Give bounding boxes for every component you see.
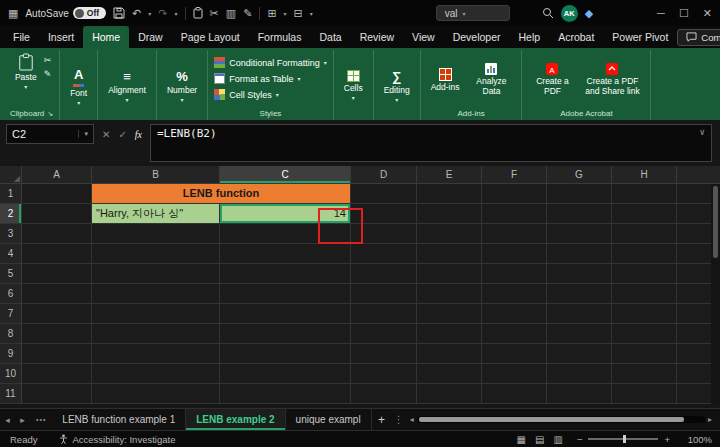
sheet-nav-right-icon[interactable]: ▸: [15, 409, 30, 430]
row-header-5[interactable]: 5: [0, 264, 22, 284]
vertical-scrollbar[interactable]: [711, 184, 720, 404]
format-as-table-button[interactable]: Format as Table ▾: [214, 72, 327, 86]
user-avatar[interactable]: AK: [561, 5, 578, 22]
row-header-10[interactable]: 10: [0, 364, 22, 384]
cell-G4[interactable]: [547, 244, 612, 264]
cell-D7[interactable]: [351, 304, 417, 324]
insert-function-icon[interactable]: fx: [135, 129, 142, 140]
cell-H9[interactable]: [612, 344, 677, 364]
cell-F10[interactable]: [482, 364, 547, 384]
cell-H6[interactable]: [612, 284, 677, 304]
cell-B6[interactable]: [92, 284, 220, 304]
cell-F3[interactable]: [482, 224, 547, 244]
cell-G1[interactable]: [547, 184, 612, 204]
cell-F4[interactable]: [482, 244, 547, 264]
cell-G7[interactable]: [547, 304, 612, 324]
create-pdf-share-button[interactable]: Create a PDF and Share link: [580, 52, 644, 107]
cell-G2[interactable]: [547, 204, 612, 224]
minimize-button[interactable]: ─: [657, 8, 665, 19]
borders-icon[interactable]: ⊞: [267, 8, 276, 19]
page-break-view-icon[interactable]: ▥: [553, 434, 562, 445]
cell-B5[interactable]: [92, 264, 220, 284]
formula-input[interactable]: =LENB(B2) ∨: [150, 124, 712, 162]
column-header-F[interactable]: F: [482, 166, 547, 184]
cancel-entry-icon[interactable]: ✕: [102, 129, 110, 140]
zoom-out-button[interactable]: −: [577, 434, 583, 445]
cell-A11[interactable]: [22, 384, 92, 404]
cell-F5[interactable]: [482, 264, 547, 284]
cell-E1[interactable]: [417, 184, 482, 204]
cell-A9[interactable]: [22, 344, 92, 364]
search-icon[interactable]: [542, 7, 554, 19]
cell-E2[interactable]: [417, 204, 482, 224]
cell-A8[interactable]: [22, 324, 92, 344]
editing-button[interactable]: ∑ Editing ▾: [380, 50, 414, 120]
copy-icon[interactable]: ▥: [226, 8, 236, 19]
row-header-7[interactable]: 7: [0, 304, 22, 324]
cell-D8[interactable]: [351, 324, 417, 344]
undo-dropdown-icon[interactable]: ▾: [148, 10, 151, 17]
cell-F2[interactable]: [482, 204, 547, 224]
cell-A2[interactable]: [22, 204, 92, 224]
zoom-in-button[interactable]: +: [664, 434, 670, 445]
cell-B1[interactable]: LENB function: [92, 184, 351, 204]
cell-C9[interactable]: [220, 344, 351, 364]
cell-B11[interactable]: [92, 384, 220, 404]
cell-F1[interactable]: [482, 184, 547, 204]
sheet-nav-left-icon[interactable]: ◂: [0, 409, 15, 430]
sheet-tab-lenb-function-example-1[interactable]: LENB function example 1: [52, 409, 186, 430]
cell-C7[interactable]: [220, 304, 351, 324]
accessibility-status-button[interactable]: Accessibility: Investigate: [59, 434, 175, 445]
copilot-icon[interactable]: ◆: [585, 8, 593, 19]
ribbon-tab-insert[interactable]: Insert: [39, 26, 83, 48]
cell-C5[interactable]: [220, 264, 351, 284]
cell-E3[interactable]: [417, 224, 482, 244]
cell-H5[interactable]: [612, 264, 677, 284]
comments-button[interactable]: Comments: [677, 29, 720, 46]
ribbon-tab-home[interactable]: Home: [83, 26, 129, 48]
save-icon[interactable]: [113, 7, 125, 19]
cell-styles-button[interactable]: Cell Styles ▾: [214, 88, 327, 102]
ribbon-tab-page-layout[interactable]: Page Layout: [172, 26, 249, 48]
cell-B2[interactable]: "Harry, 지아나 싱": [92, 204, 220, 224]
autosave-toggle[interactable]: AutoSave Off: [25, 7, 106, 19]
cells-button[interactable]: Cells ▾: [340, 50, 367, 120]
row-header-8[interactable]: 8: [0, 324, 22, 344]
sheet-tab-unique-exampl[interactable]: unique exampl: [286, 409, 372, 430]
cell-F6[interactable]: [482, 284, 547, 304]
cell-D1[interactable]: [351, 184, 417, 204]
close-button[interactable]: ✕: [703, 8, 712, 19]
cell-E9[interactable]: [417, 344, 482, 364]
cell-B10[interactable]: [92, 364, 220, 384]
cell-E11[interactable]: [417, 384, 482, 404]
row-header-3[interactable]: 3: [0, 224, 22, 244]
cell-E4[interactable]: [417, 244, 482, 264]
cell-D4[interactable]: [351, 244, 417, 264]
cell-B8[interactable]: [92, 324, 220, 344]
cell-D5[interactable]: [351, 264, 417, 284]
cell-H7[interactable]: [612, 304, 677, 324]
cell-D11[interactable]: [351, 384, 417, 404]
app-menu-icon[interactable]: ▦: [8, 8, 18, 19]
format-painter-icon[interactable]: ✎: [44, 69, 52, 79]
cell-C11[interactable]: [220, 384, 351, 404]
sheet-tab-overflow-icon[interactable]: •••: [30, 409, 52, 430]
zoom-level[interactable]: 100%: [680, 434, 712, 445]
cell-A10[interactable]: [22, 364, 92, 384]
paste-button[interactable]: Paste ▾: [12, 52, 40, 91]
cell-A1[interactable]: [22, 184, 92, 204]
alignment-button[interactable]: ≡ Alignment ▾: [104, 50, 150, 120]
hscroll-thumb[interactable]: [419, 417, 684, 422]
page-layout-view-icon[interactable]: ▤: [535, 434, 544, 445]
cell-G5[interactable]: [547, 264, 612, 284]
ribbon-tab-draw[interactable]: Draw: [129, 26, 172, 48]
addins-button[interactable]: Add-ins: [427, 52, 464, 107]
cell-A7[interactable]: [22, 304, 92, 324]
cell-E8[interactable]: [417, 324, 482, 344]
cell-G3[interactable]: [547, 224, 612, 244]
row-header-4[interactable]: 4: [0, 244, 22, 264]
cell-E10[interactable]: [417, 364, 482, 384]
undo-icon[interactable]: ↶: [132, 8, 141, 19]
row-header-2[interactable]: 2: [0, 204, 22, 224]
cell-H8[interactable]: [612, 324, 677, 344]
